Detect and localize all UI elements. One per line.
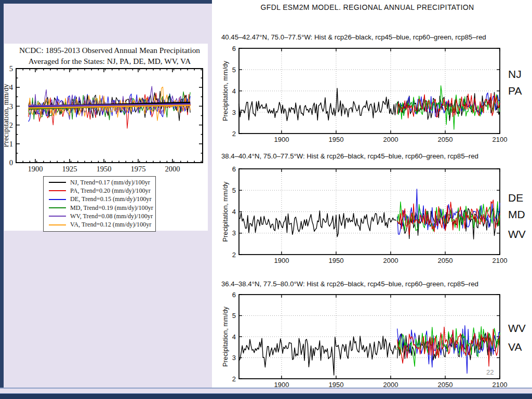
legend-label-MD: MD, Trend=0.19 (mm/dy)/100yr bbox=[70, 204, 153, 212]
state-label-DE: DE bbox=[508, 192, 523, 204]
svg-text:2000: 2000 bbox=[383, 257, 398, 264]
legend-item-NJ: NJ, Trend=0.17 (mm/dy)/100yr bbox=[44, 178, 155, 187]
slide-footer-bar bbox=[0, 393, 532, 399]
gfdl-region-north-series-Historical bbox=[239, 88, 396, 121]
legend-line-VA bbox=[49, 224, 66, 225]
svg-text:3: 3 bbox=[232, 229, 236, 237]
legend-line-PA bbox=[49, 190, 66, 191]
legend-item-VA: VA, Trend=0.12 (mm/dy)/100yr bbox=[44, 220, 155, 229]
gfdl-panel1-subtitle: 40.45–42.47°N, 75.0–77.5°W: Hist & rcp26… bbox=[221, 33, 531, 41]
legend-label-PA: PA, Trend=0.20 (mm/dy)/100yr bbox=[70, 187, 151, 195]
gfdl-region-south-ylabel: Precipitation, mm/dy bbox=[221, 306, 229, 367]
svg-text:1900: 1900 bbox=[274, 136, 289, 143]
svg-text:2050: 2050 bbox=[438, 257, 453, 264]
legend-label-NJ: NJ, Trend=0.17 (mm/dy)/100yr bbox=[70, 179, 150, 187]
svg-text:6: 6 bbox=[232, 165, 236, 173]
svg-text:1950: 1950 bbox=[328, 257, 343, 264]
gfdl-charts-region: GFDL ESM2M MODEL. REGIONAL ANNUAL PRECIP… bbox=[212, 0, 532, 388]
gfdl-region-north-grid bbox=[239, 48, 500, 134]
svg-text:1925: 1925 bbox=[62, 165, 77, 173]
svg-text:1975: 1975 bbox=[130, 165, 145, 173]
state-label-MD: MD bbox=[508, 208, 525, 220]
svg-text:5: 5 bbox=[232, 66, 236, 74]
gfdl-region-south-series-Historical bbox=[239, 336, 396, 375]
legend-item-PA: PA, Trend=0.20 (mm/dy)/100yr bbox=[44, 187, 155, 195]
gfdl-main-title: GFDL ESM2M MODEL. REGIONAL ANNUAL PRECIP… bbox=[212, 3, 523, 11]
gfdl-region-north-axes: 1900195020002050210023456Precipitation, … bbox=[221, 45, 507, 143]
state-label-PA: PA bbox=[508, 85, 522, 97]
svg-text:4: 4 bbox=[232, 208, 236, 216]
legend-item-DE: DE, Trend=0.15 (mm/dy)/100yr bbox=[44, 195, 155, 204]
state-label-VA: VA bbox=[508, 341, 522, 353]
legend-label-DE: DE, Trend=0.15 (mm/dy)/100yr bbox=[70, 195, 152, 203]
gfdl-panel1-plot: 1900195020002050210023456Precipitation, … bbox=[212, 44, 532, 148]
svg-text:2000: 2000 bbox=[165, 165, 180, 173]
svg-text:2: 2 bbox=[232, 130, 236, 138]
slide-border-top bbox=[0, 0, 212, 4]
svg-text:2100: 2100 bbox=[493, 136, 508, 143]
svg-text:1950: 1950 bbox=[328, 136, 343, 143]
svg-text:1950: 1950 bbox=[96, 165, 111, 173]
state-label-WV: WV bbox=[508, 322, 526, 334]
slide-border-left bbox=[0, 0, 4, 393]
legend-item-MD: MD, Trend=0.19 (mm/dy)/100yr bbox=[44, 204, 155, 212]
gfdl-region-central-grid bbox=[239, 169, 500, 255]
slide-root: NCDC: 1895-2013 Observed Annual Mean Pre… bbox=[0, 0, 532, 399]
svg-text:2: 2 bbox=[232, 375, 236, 383]
svg-text:2: 2 bbox=[232, 251, 236, 259]
svg-text:3: 3 bbox=[232, 109, 236, 116]
svg-text:6: 6 bbox=[232, 291, 236, 299]
svg-text:2000: 2000 bbox=[383, 136, 398, 143]
legend-line-MD bbox=[49, 207, 66, 208]
legend-line-DE bbox=[49, 199, 66, 200]
svg-text:2100: 2100 bbox=[493, 257, 508, 264]
ncdc-ylabel: Precipitation, mm/dy bbox=[4, 84, 10, 148]
gfdl-panel2-plot: 1900195020002050210023456Precipitation, … bbox=[212, 164, 532, 271]
legend-item-WV: WV, Trend=0.08 (mm/dy)/100yr bbox=[44, 212, 155, 220]
gfdl-panel3-subtitle: 36.4–38.4°N, 77.5–80.0°W: Hist & rcp26–b… bbox=[221, 280, 531, 288]
slide-page-number: 22 bbox=[486, 368, 494, 376]
gfdl-panel2-subtitle: 38.4–40.4°N, 75.0–77.5°W: Hist & rcp26–b… bbox=[221, 152, 531, 160]
svg-text:0: 0 bbox=[9, 158, 13, 167]
svg-text:3: 3 bbox=[232, 354, 236, 362]
svg-text:2050: 2050 bbox=[438, 136, 453, 143]
svg-text:4: 4 bbox=[232, 333, 236, 341]
state-label-WV: WV bbox=[508, 228, 526, 240]
gfdl-panel3-plot: 1900195020002050210023456Precipitation, … bbox=[212, 290, 532, 394]
svg-text:1900: 1900 bbox=[274, 257, 289, 264]
svg-text:5: 5 bbox=[232, 187, 236, 194]
gfdl-region-central-series-Historical bbox=[239, 211, 396, 237]
svg-text:1900: 1900 bbox=[28, 165, 43, 173]
legend-label-VA: VA, Trend=0.12 (mm/dy)/100yr bbox=[70, 221, 151, 229]
gfdl-region-north-ylabel: Precipitation, mm/dy bbox=[221, 60, 229, 121]
ncdc-chart-card: NCDC: 1895-2013 Observed Annual Mean Pre… bbox=[4, 44, 208, 231]
svg-text:5: 5 bbox=[9, 64, 13, 73]
state-label-NJ: NJ bbox=[508, 68, 522, 80]
legend-label-WV: WV, Trend=0.08 (mm/dy)/100yr bbox=[70, 212, 153, 220]
slide-footer-strip bbox=[0, 388, 532, 393]
ncdc-legend: NJ, Trend=0.17 (mm/dy)/100yrPA, Trend=0.… bbox=[43, 176, 156, 232]
svg-text:4: 4 bbox=[232, 87, 236, 95]
svg-text:5: 5 bbox=[232, 312, 236, 320]
svg-text:6: 6 bbox=[232, 45, 236, 52]
gfdl-region-central-ylabel: Precipitation, mm/dy bbox=[221, 181, 229, 242]
legend-line-WV bbox=[49, 216, 66, 217]
legend-line-NJ bbox=[49, 182, 66, 183]
